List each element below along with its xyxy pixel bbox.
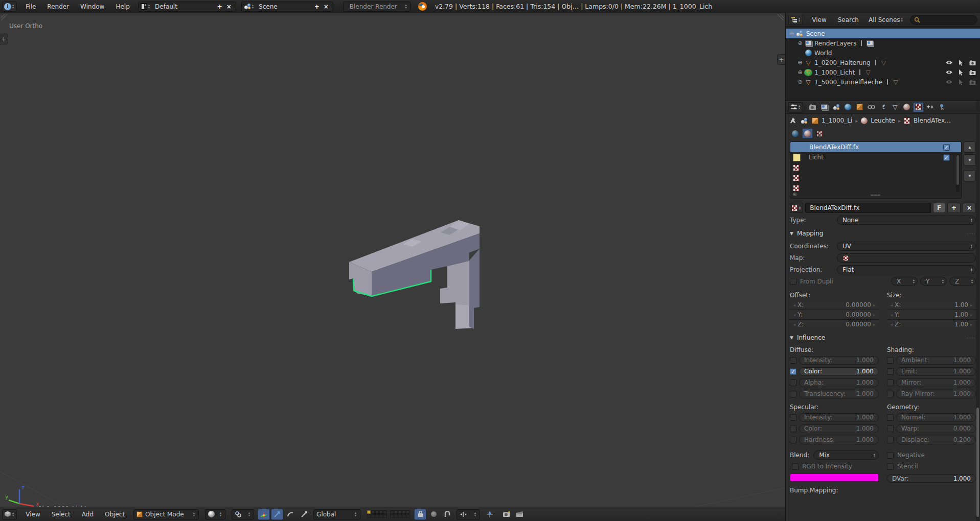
texture-context-material[interactable]	[802, 128, 813, 138]
unlink-texture-button[interactable]: ×	[963, 203, 976, 213]
checkbox[interactable]	[790, 437, 796, 443]
tab-render-layers[interactable]	[819, 102, 830, 112]
selectability-cursor-icon[interactable]	[959, 60, 964, 66]
fake-user-button[interactable]: F	[933, 203, 945, 213]
outliner-item-world[interactable]: World	[786, 48, 980, 58]
tab-modifiers[interactable]	[878, 102, 888, 112]
editor-type-button-info[interactable]: i ▴▾	[2, 2, 17, 12]
vp-menu-view[interactable]: View	[20, 507, 45, 521]
outliner-search-input[interactable]	[910, 15, 977, 25]
outliner-item-licht[interactable]: ⊕ ▽ 1_1000_Licht ▽	[786, 67, 980, 77]
properties-region-expand-tab[interactable]: +	[777, 54, 786, 65]
slot-enable-checkbox[interactable]: ✓	[943, 154, 950, 161]
viewport-shading-dropdown[interactable]: ▴▾	[205, 509, 225, 519]
toolshelf-expand-tab[interactable]: +	[0, 34, 8, 44]
size-y-field[interactable]: ◂Y:1.00▸	[887, 310, 976, 319]
editor-type-button-3dview[interactable]: ▴▾	[2, 509, 17, 519]
visibility-eye-icon[interactable]	[945, 80, 953, 84]
lock-to-scene-button[interactable]	[414, 509, 426, 520]
pin-icon[interactable]	[790, 117, 796, 124]
manipulator-translate-button[interactable]	[271, 509, 283, 520]
renderability-camera-icon[interactable]	[969, 80, 976, 85]
checkbox[interactable]	[887, 391, 894, 397]
texture-type-dropdown[interactable]: None ▴▾	[837, 216, 976, 225]
mesh-object-1-0200-halterung[interactable]	[343, 210, 501, 343]
offset-y-field[interactable]: ◂Y:0.00000▸	[790, 310, 879, 319]
tab-object[interactable]	[854, 102, 865, 112]
uv-map-dropdown[interactable]	[837, 253, 976, 263]
selectability-cursor-icon[interactable]	[959, 69, 964, 76]
tab-object-data[interactable]: ▽	[890, 102, 900, 112]
outliner-menu-search[interactable]: Search	[832, 13, 864, 27]
tab-texture[interactable]	[913, 102, 924, 112]
opengl-render-anim-button[interactable]	[514, 509, 526, 520]
outliner-filter-dropdown[interactable]: All Scenes ▴▾	[864, 15, 906, 25]
visibility-eye-icon[interactable]	[945, 70, 953, 75]
texture-slot-row[interactable]: Licht ✓	[790, 152, 961, 162]
viewport-3d[interactable]: User Ortho + +	[0, 13, 786, 521]
texture-name-field[interactable]: BlendATexDiff.fx	[805, 203, 931, 213]
coordinates-dropdown[interactable]: UV ▴▾	[837, 242, 976, 251]
panel-drag-dots[interactable]: ····	[967, 335, 976, 341]
axis-z-dropdown[interactable]: Z▴▾	[949, 277, 976, 286]
menu-help[interactable]: Help	[110, 0, 135, 13]
breadcrumb-texture[interactable]: BlendATex…	[904, 117, 951, 124]
panel-drag-dots[interactable]: ····	[967, 230, 976, 237]
editor-type-button-properties[interactable]: ▴▾	[788, 102, 803, 112]
manipulator-toggle-button[interactable]	[258, 509, 270, 520]
slot-enable-checkbox[interactable]: ✓	[943, 144, 950, 151]
rgb-to-intensity-checkbox[interactable]	[792, 463, 799, 470]
menu-file[interactable]: File	[20, 0, 41, 13]
checkbox[interactable]	[887, 414, 894, 421]
negative-checkbox[interactable]	[887, 452, 894, 459]
snap-element-dropdown[interactable]: ▴▾	[457, 509, 480, 519]
expand-icon[interactable]: ⊕	[796, 69, 804, 76]
new-texture-button[interactable]: +	[947, 203, 961, 213]
tab-physics[interactable]	[937, 102, 947, 112]
scene-selector[interactable]: ▴▾ Scene + ×	[241, 2, 333, 12]
vp-menu-add[interactable]: Add	[76, 507, 99, 521]
texture-slot-row[interactable]: BlendATexDiff.fx ✓	[790, 142, 961, 152]
renderability-camera-icon[interactable]	[969, 70, 976, 75]
checkbox[interactable]	[790, 380, 796, 386]
expand-icon[interactable]: ⊕	[796, 40, 804, 46]
menu-render[interactable]: Render	[41, 0, 75, 13]
screen-layout-selector[interactable]: ▴▾ Default + ×	[138, 2, 236, 12]
orientation-dropdown[interactable]: Global ▴▾	[313, 509, 360, 519]
expand-icon[interactable]: ⊕	[796, 79, 804, 85]
checkbox[interactable]	[790, 414, 796, 421]
influence-panel-header[interactable]: ▼ Influence ····	[786, 332, 980, 343]
editor-type-button-outliner[interactable]: ▴▾	[788, 15, 803, 25]
manipulator-rotate-button[interactable]	[284, 509, 297, 520]
opengl-render-image-button[interactable]	[500, 509, 513, 520]
dvar-field[interactable]: DVar: 1.000	[887, 474, 976, 483]
properties-scrollbar[interactable]	[976, 101, 979, 521]
stencil-checkbox[interactable]	[887, 463, 894, 470]
vp-menu-object[interactable]: Object	[99, 507, 130, 521]
checkbox[interactable]	[887, 368, 894, 375]
texture-slot-row-empty[interactable]	[790, 173, 961, 183]
checkbox[interactable]	[887, 357, 894, 364]
browse-texture-button[interactable]: ▴▾	[790, 203, 803, 213]
slot-move-up-button[interactable]: ▴	[964, 141, 976, 153]
selectability-cursor-icon[interactable]	[959, 79, 964, 85]
menu-window[interactable]: Window	[75, 0, 110, 13]
tab-constraints[interactable]	[866, 102, 877, 112]
checkbox[interactable]	[887, 425, 894, 432]
manipulator-scale-button[interactable]	[298, 509, 310, 520]
snap-target-button[interactable]	[484, 509, 496, 520]
outliner-item-renderlayers[interactable]: ⊕ RenderLayers	[786, 38, 980, 48]
slot-move-down-button[interactable]: ▾	[964, 154, 976, 165]
renderability-camera-icon[interactable]	[969, 60, 976, 65]
add-scene-button[interactable]: +	[312, 3, 322, 10]
area-corner-grip[interactable]	[777, 14, 784, 21]
axis-x-dropdown[interactable]: X▴▾	[891, 277, 918, 286]
blend-dropdown[interactable]: Mix ▴▾	[813, 451, 879, 460]
slot-specials-menu-button[interactable]: ▾	[964, 170, 976, 181]
outliner-menu-view[interactable]: View	[806, 13, 832, 27]
snap-toggle-button[interactable]	[441, 509, 453, 520]
texture-context-other[interactable]	[814, 128, 825, 138]
texture-blend-color-swatch[interactable]	[790, 473, 879, 482]
tab-material[interactable]	[901, 102, 912, 112]
checkbox[interactable]: ✓	[790, 368, 796, 375]
